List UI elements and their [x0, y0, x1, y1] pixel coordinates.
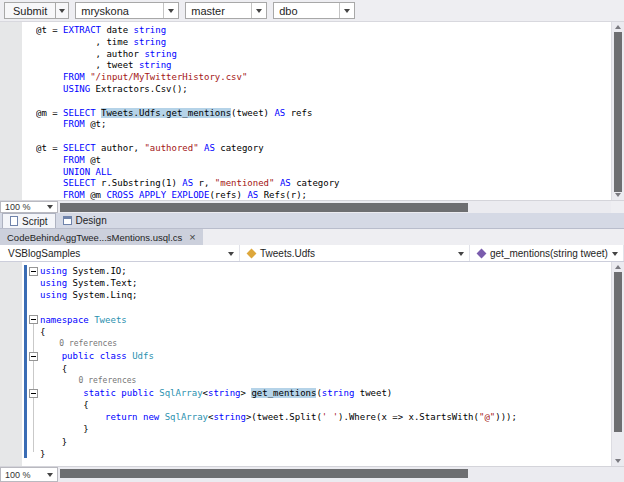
chevron-down-icon [344, 9, 350, 13]
code-line[interactable]: namespace Tweets [40, 314, 610, 326]
code-line[interactable] [36, 96, 610, 108]
cs-code-editor[interactable]: using System.IO;using System.Text;using … [40, 265, 610, 466]
scrollbar-thumb[interactable] [614, 272, 622, 432]
code-line[interactable]: USING Extractors.Csv(); [36, 84, 610, 96]
fold-toggle[interactable] [29, 352, 38, 361]
document-tab-title: CodeBehindAggTwee...sMentions.usql.cs [7, 232, 182, 243]
change-tracking-bar [24, 265, 27, 458]
schema-value: dbo [274, 5, 339, 17]
usql-horizontal-scrollbar[interactable] [58, 201, 611, 213]
script-icon [10, 216, 18, 226]
fold-toggle[interactable] [29, 389, 38, 398]
scrollbar-thumb[interactable] [614, 32, 622, 192]
chevron-down-icon [47, 473, 53, 477]
type-name: Tweets.Udfs [260, 248, 315, 259]
class-icon [247, 248, 257, 258]
type-dropdown[interactable]: Tweets.Udfs [240, 245, 470, 261]
member-dropdown[interactable]: get_mentions(string tweet) [470, 245, 624, 261]
chevron-down-icon [168, 9, 174, 13]
chevron-down-icon [256, 9, 262, 13]
cs-zoom-control[interactable]: 100 % [0, 467, 58, 482]
script-view-tab[interactable]: Script [2, 213, 56, 228]
code-line[interactable]: @t = EXTRACT date string [36, 25, 610, 37]
chevron-down-icon [458, 252, 464, 256]
code-line[interactable]: @t = SELECT author, "authored" AS catego… [36, 143, 610, 155]
design-view-tab[interactable]: Design [56, 213, 114, 228]
document-tab[interactable]: CodeBehindAggTwee...sMentions.usql.cs × [0, 229, 203, 245]
fold-toggle[interactable] [29, 267, 38, 276]
scroll-down-arrow-icon[interactable] [615, 459, 621, 463]
scroll-down-arrow-icon[interactable] [615, 193, 621, 197]
usql-vertical-scrollbar[interactable] [611, 22, 624, 200]
database-combo-arrow[interactable] [251, 3, 266, 18]
view-tab-strip: Script Design [0, 213, 624, 229]
submit-split-button: Submit [4, 2, 69, 19]
code-line[interactable]: @m = SELECT Tweets.Udfs.get_mentions(twe… [36, 108, 610, 120]
cs-fold-margin [28, 262, 40, 466]
document-tab-bar: CodeBehindAggTwee...sMentions.usql.cs × [0, 229, 624, 245]
code-line[interactable]: } [40, 423, 610, 435]
code-line[interactable]: SELECT r.Substring(1) AS r, "mentioned" … [36, 178, 610, 190]
code-line[interactable]: using System.IO; [40, 265, 610, 277]
scroll-up-arrow-icon[interactable] [615, 265, 621, 269]
scroll-up-arrow-icon[interactable] [615, 25, 621, 29]
code-line[interactable]: FROM @t; [36, 119, 610, 131]
account-value: mryskona [76, 5, 163, 17]
project-name: VSBlogSamples [8, 248, 80, 259]
usql-indicator-margin [0, 22, 22, 200]
chevron-down-icon [228, 252, 234, 256]
code-line[interactable]: , time string [36, 37, 610, 49]
usql-editor-pane: @t = EXTRACT date string , time string ,… [0, 22, 624, 200]
code-line[interactable]: FROM @m CROSS APPLY EXPLODE(refs) AS Ref… [36, 190, 610, 200]
code-line[interactable]: FROM "/input/MyTwitterHistory.csv" [36, 72, 610, 84]
fold-toggle[interactable] [29, 315, 38, 324]
account-combo[interactable]: mryskona [75, 2, 179, 19]
submit-button[interactable]: Submit [4, 2, 55, 19]
design-tab-label: Design [76, 215, 107, 226]
code-line[interactable]: 0 references [40, 338, 610, 350]
account-combo-arrow[interactable] [163, 3, 178, 18]
code-line[interactable]: { [40, 399, 610, 411]
code-line[interactable]: , author string [36, 49, 610, 61]
code-line[interactable]: 0 references [40, 375, 610, 387]
cs-indicator-margin [0, 262, 22, 466]
scrollbar-thumb[interactable] [60, 203, 468, 212]
navigation-bar: VSBlogSamples Tweets.Udfs get_mentions(s… [0, 245, 624, 262]
usql-code-editor[interactable]: @t = EXTRACT date string , time string ,… [36, 25, 610, 200]
code-line[interactable]: } [40, 436, 610, 448]
code-line[interactable]: return new SqlArray<string>(tweet.Split(… [40, 411, 610, 423]
code-line[interactable]: { [40, 326, 610, 338]
close-icon[interactable]: × [189, 232, 195, 243]
cs-scrollbar-row: 100 % [0, 466, 624, 482]
member-name: get_mentions(string tweet) [490, 248, 608, 259]
chevron-down-icon [59, 9, 65, 13]
method-icon [477, 248, 487, 258]
code-line[interactable] [40, 302, 610, 314]
code-line[interactable]: public class Udfs [40, 350, 610, 362]
schema-combo[interactable]: dbo [273, 2, 355, 19]
code-line[interactable]: UNION ALL [36, 167, 610, 179]
schema-combo-arrow[interactable] [339, 3, 354, 18]
code-line[interactable]: static public SqlArray<string> get_menti… [40, 387, 610, 399]
usql-scrollbar-row: 100 % [0, 200, 624, 213]
code-line[interactable]: FROM @t [36, 155, 610, 167]
cs-horizontal-scrollbar[interactable] [58, 467, 624, 482]
script-tab-label: Script [22, 216, 48, 227]
cs-zoom-value: 100 % [5, 470, 31, 480]
code-line[interactable]: } [40, 448, 610, 460]
cs-vertical-scrollbar[interactable] [611, 262, 624, 466]
submit-dropdown[interactable] [55, 2, 69, 19]
usql-zoom-control[interactable]: 100 % [0, 201, 58, 213]
code-line[interactable]: using System.Text; [40, 277, 610, 289]
code-line[interactable]: using System.Linq; [40, 289, 610, 301]
chevron-down-icon [47, 205, 53, 209]
database-combo[interactable]: master [185, 2, 267, 19]
database-value: master [186, 5, 251, 17]
code-line[interactable] [36, 131, 610, 143]
scrollbar-thumb[interactable] [60, 469, 468, 478]
project-dropdown[interactable]: VSBlogSamples [0, 245, 240, 261]
code-line[interactable]: , tweet string [36, 60, 610, 72]
code-line[interactable]: { [40, 363, 610, 375]
chevron-down-icon [612, 252, 618, 256]
design-icon [63, 216, 72, 225]
